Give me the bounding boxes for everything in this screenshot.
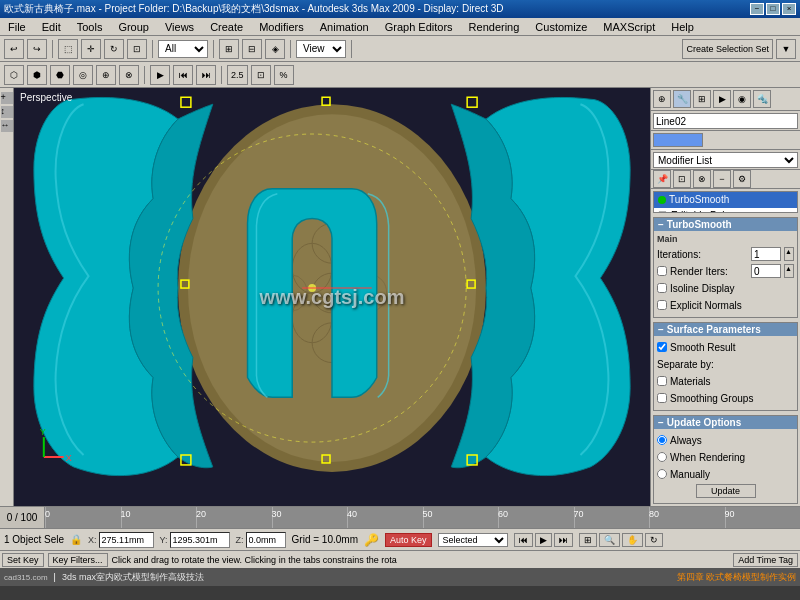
nav-icon-3[interactable]: ↔: [1, 120, 13, 132]
rp-icon-motion[interactable]: ▶: [713, 90, 731, 108]
render-button[interactable]: ◈: [265, 39, 285, 59]
next-frame-btn[interactable]: ⏭: [554, 533, 573, 547]
show-end-result[interactable]: ⊡: [673, 170, 691, 188]
tb2-btn10[interactable]: 2.5: [227, 65, 248, 85]
z-input[interactable]: [246, 532, 286, 548]
menu-item-customize[interactable]: Customize: [531, 20, 591, 34]
menu-item-group[interactable]: Group: [114, 20, 153, 34]
tb2-btn11[interactable]: ⊡: [251, 65, 271, 85]
isoline-checkbox[interactable]: [657, 283, 667, 293]
menu-item-views[interactable]: Views: [161, 20, 198, 34]
y-input[interactable]: [170, 532, 230, 548]
modifier-list-dropdown[interactable]: Modifier List: [653, 152, 798, 168]
zoom-btn[interactable]: 🔍: [599, 533, 620, 547]
config-button[interactable]: ⚙: [733, 170, 751, 188]
smoothing-checkbox[interactable]: [657, 393, 667, 403]
rp-icon-modify[interactable]: 🔧: [673, 90, 691, 108]
close-button[interactable]: ×: [782, 3, 796, 15]
menu-item-create[interactable]: Create: [206, 20, 247, 34]
add-time-tag-button[interactable]: Add Time Tag: [733, 553, 798, 567]
menu-item-maxscript[interactable]: MAXScript: [599, 20, 659, 34]
when-rendering-radio[interactable]: [657, 452, 667, 462]
modifier-editable-poly[interactable]: ☑ Editable Poly: [654, 208, 797, 213]
align-button[interactable]: ⊟: [242, 39, 262, 59]
nav-icon-2[interactable]: ↕: [1, 106, 13, 118]
orbit-btn[interactable]: ↻: [645, 533, 663, 547]
lock-icon[interactable]: 🔒: [70, 534, 82, 545]
undo-button[interactable]: ↩: [4, 39, 24, 59]
remove-modifier[interactable]: −: [713, 170, 731, 188]
menu-item-animation[interactable]: Animation: [316, 20, 373, 34]
minimize-button[interactable]: −: [750, 3, 764, 15]
tb2-btn6[interactable]: ⊗: [119, 65, 139, 85]
update-button[interactable]: Update: [696, 484, 756, 498]
render-iters-spin[interactable]: ▲: [784, 264, 794, 278]
iterations-spin-up[interactable]: ▲: [784, 247, 794, 261]
obj-name-input[interactable]: [653, 113, 798, 129]
rp-icon-hier[interactable]: ⊞: [693, 90, 711, 108]
redo-button[interactable]: ↪: [27, 39, 47, 59]
materials-row: Materials: [657, 373, 794, 389]
iterations-input[interactable]: [751, 247, 781, 261]
view-dropdown[interactable]: View: [296, 40, 346, 58]
manually-radio[interactable]: [657, 469, 667, 479]
tb2-btn1[interactable]: ⬡: [4, 65, 24, 85]
menu-item-help[interactable]: Help: [667, 20, 698, 34]
menu-item-modifiers[interactable]: Modifiers: [255, 20, 308, 34]
tb2-btn12[interactable]: %: [274, 65, 294, 85]
rp-icon-create[interactable]: ⊕: [653, 90, 671, 108]
rotate-button[interactable]: ↻: [104, 39, 124, 59]
auto-key-button[interactable]: Auto Key: [385, 533, 432, 547]
tb2-btn9[interactable]: ⏭: [196, 65, 216, 85]
mirror-button[interactable]: ⊞: [219, 39, 239, 59]
modifier-turbosmooth[interactable]: TurboSmooth: [654, 192, 797, 208]
render-iters-input[interactable]: [751, 264, 781, 278]
when-rendering-row: When Rendering: [657, 449, 794, 465]
maximize-button[interactable]: □: [766, 3, 780, 15]
materials-checkbox[interactable]: [657, 376, 667, 386]
tb2-btn2[interactable]: ⬢: [27, 65, 47, 85]
tb2-btn4[interactable]: ◎: [73, 65, 93, 85]
selected-dropdown[interactable]: Selected: [438, 533, 508, 547]
zoom-extents-btn[interactable]: ⊞: [579, 533, 597, 547]
when-rendering-label: When Rendering: [670, 452, 745, 463]
obj-color-swatch[interactable]: [653, 133, 703, 147]
menu-item-file[interactable]: File: [4, 20, 30, 34]
always-row: Always: [657, 432, 794, 448]
always-radio[interactable]: [657, 435, 667, 445]
viewport[interactable]: Perspective: [14, 88, 650, 506]
explicit-checkbox[interactable]: [657, 300, 667, 310]
menu-item-edit[interactable]: Edit: [38, 20, 65, 34]
scale-button[interactable]: ⊡: [127, 39, 147, 59]
update-body: Always When Rendering Manually Update: [654, 429, 797, 503]
tb2-btn7[interactable]: ▶: [150, 65, 170, 85]
set-key-button[interactable]: Set Key: [2, 553, 44, 567]
x-input[interactable]: [99, 532, 154, 548]
selection-filter-dropdown[interactable]: All: [158, 40, 208, 58]
title-bar-text: 欧式新古典椅子.max - Project Folder: D:\Backup\…: [4, 2, 750, 16]
prev-frame-btn[interactable]: ⏮: [514, 533, 533, 547]
key-filters-button[interactable]: Key Filters...: [48, 553, 108, 567]
make-unique[interactable]: ⊗: [693, 170, 711, 188]
menu-item-rendering[interactable]: Rendering: [465, 20, 524, 34]
smooth-result-checkbox[interactable]: [657, 342, 667, 352]
play-btn[interactable]: ▶: [535, 533, 552, 547]
render-iters-checkbox[interactable]: [657, 266, 667, 276]
select-button[interactable]: ⬚: [58, 39, 78, 59]
move-button[interactable]: ✛: [81, 39, 101, 59]
materials-label: Materials: [670, 376, 711, 387]
named-sel-dropdown[interactable]: ▼: [776, 39, 796, 59]
pin-stack-btn[interactable]: 📌: [653, 170, 671, 188]
nav-icon-1[interactable]: +: [1, 92, 13, 104]
timeline-track[interactable]: 0102030405060708090100: [45, 507, 800, 528]
tb2-btn8[interactable]: ⏮: [173, 65, 193, 85]
tb2-btn5[interactable]: ⊕: [96, 65, 116, 85]
tb2-btn3[interactable]: ⬣: [50, 65, 70, 85]
rp-icon-utils[interactable]: 🔩: [753, 90, 771, 108]
rp-icon-display[interactable]: ◉: [733, 90, 751, 108]
menu-item-tools[interactable]: Tools: [73, 20, 107, 34]
create-selection-set[interactable]: Create Selection Set: [682, 39, 773, 59]
menu-item-graph editors[interactable]: Graph Editors: [381, 20, 457, 34]
pan-btn[interactable]: ✋: [622, 533, 643, 547]
timeline-label-60: 60: [498, 509, 508, 519]
